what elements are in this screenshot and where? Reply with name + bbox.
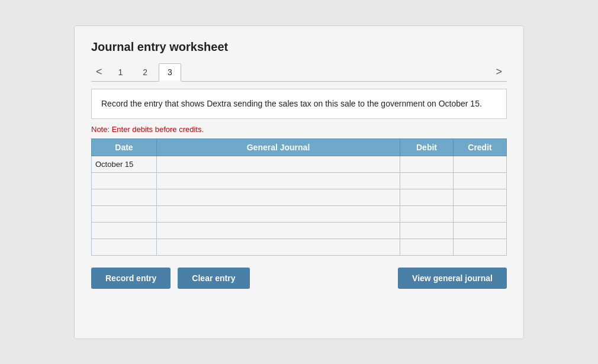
debit-cell-4[interactable] (400, 222, 454, 239)
date-cell-5 (92, 239, 157, 255)
date-cell-0: October 15 (92, 156, 157, 172)
credit-cell-3[interactable] (454, 205, 507, 222)
date-cell-2 (92, 189, 157, 205)
gj-cell-4[interactable] (157, 222, 400, 239)
table-row (92, 189, 507, 205)
debit-input-4[interactable] (400, 223, 453, 239)
debit-cell-2[interactable] (400, 189, 454, 205)
instruction-box: Record the entry that shows Dextra sendi… (91, 89, 507, 119)
credit-input-1[interactable] (454, 173, 506, 189)
col-header-date: Date (92, 138, 157, 156)
gj-cell-5[interactable] (157, 239, 400, 255)
record-entry-button[interactable]: Record entry (91, 268, 171, 289)
page-title: Journal entry worksheet (91, 40, 507, 54)
gj-cell-0[interactable] (157, 156, 400, 172)
gj-cell-2[interactable] (157, 189, 400, 205)
table-row (92, 172, 507, 189)
table-row (92, 239, 507, 255)
instruction-text: Record the entry that shows Dextra sendi… (101, 99, 482, 108)
tab-2[interactable]: 2 (134, 63, 156, 80)
table-row (92, 205, 507, 222)
credit-input-5[interactable] (454, 239, 506, 255)
next-arrow[interactable]: > (491, 63, 507, 80)
credit-cell-4[interactable] (454, 222, 507, 239)
clear-entry-button[interactable]: Clear entry (178, 268, 249, 289)
credit-input-4[interactable] (454, 223, 506, 239)
debit-input-0[interactable] (400, 156, 453, 172)
worksheet-container: Journal entry worksheet < 1 2 3 > Record… (74, 25, 524, 339)
debit-cell-1[interactable] (400, 172, 454, 189)
gj-input-3[interactable] (157, 206, 400, 222)
table-row: October 15 (92, 156, 507, 172)
date-cell-4 (92, 222, 157, 239)
gj-input-4[interactable] (157, 223, 400, 239)
gj-cell-3[interactable] (157, 205, 400, 222)
tabs-nav: < 1 2 3 > (91, 63, 507, 82)
gj-cell-1[interactable] (157, 172, 400, 189)
debit-cell-5[interactable] (400, 239, 454, 255)
debit-cell-0[interactable] (400, 156, 454, 172)
debit-cell-3[interactable] (400, 205, 454, 222)
date-cell-1 (92, 172, 157, 189)
gj-input-5[interactable] (157, 239, 400, 255)
gj-input-2[interactable] (157, 189, 400, 205)
credit-cell-1[interactable] (454, 172, 507, 189)
credit-cell-5[interactable] (454, 239, 507, 255)
gj-input-0[interactable] (157, 156, 400, 172)
col-header-gj: General Journal (157, 138, 400, 156)
credit-input-2[interactable] (454, 189, 506, 205)
debit-input-2[interactable] (400, 189, 453, 205)
col-header-credit: Credit (454, 138, 507, 156)
date-cell-3 (92, 205, 157, 222)
journal-table: Date General Journal Debit Credit Octobe… (91, 138, 507, 256)
credit-cell-2[interactable] (454, 189, 507, 205)
tab-3[interactable]: 3 (159, 63, 181, 82)
debit-input-1[interactable] (400, 173, 453, 189)
prev-arrow[interactable]: < (91, 63, 107, 80)
gj-input-1[interactable] (157, 173, 400, 189)
note-text: Note: Enter debits before credits. (91, 125, 507, 134)
debit-input-3[interactable] (400, 206, 453, 222)
tab-1[interactable]: 1 (110, 63, 132, 80)
debit-input-5[interactable] (400, 239, 453, 255)
buttons-row: Record entry Clear entry View general jo… (91, 268, 507, 289)
credit-input-3[interactable] (454, 206, 506, 222)
col-header-debit: Debit (400, 138, 454, 156)
credit-cell-0[interactable] (454, 156, 507, 172)
credit-input-0[interactable] (454, 156, 506, 172)
table-row (92, 222, 507, 239)
view-general-journal-button[interactable]: View general journal (398, 268, 507, 289)
